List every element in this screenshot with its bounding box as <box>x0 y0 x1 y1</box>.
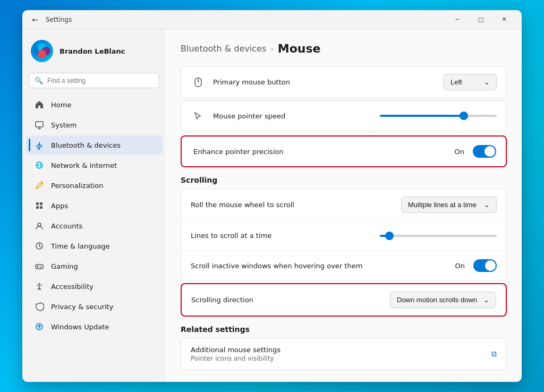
scrolling-direction-control: Down motion scrolls down ⌄ <box>390 292 496 308</box>
search-input[interactable] <box>47 77 154 84</box>
enhance-precision-value: On <box>455 148 464 156</box>
pointer-speed-card: Mouse pointer speed <box>181 100 507 131</box>
sidebar-item-privacy[interactable]: Privacy & security <box>26 297 163 316</box>
maximize-button[interactable]: □ <box>470 12 492 28</box>
scrolling-direction-card: Scrolling direction Down motion scrolls … <box>181 283 507 317</box>
sidebar-item-apps[interactable]: Apps <box>26 196 163 215</box>
minimize-button[interactable]: ─ <box>446 12 469 28</box>
sidebar-item-windows-update[interactable]: Windows Update <box>26 317 163 336</box>
svg-point-15 <box>38 223 41 226</box>
main-content: Bluetooth & devices › Mouse Primary mous… <box>166 29 522 382</box>
roll-wheel-label: Roll the mouse wheel to scroll <box>191 201 401 209</box>
lines-scroll-thumb[interactable] <box>385 232 394 240</box>
title-bar: ← Settings ─ □ ✕ <box>22 10 522 29</box>
related-settings-card: Additional mouse settings Pointer icons … <box>181 338 507 370</box>
network-icon <box>34 160 45 171</box>
personalization-icon <box>34 180 45 191</box>
dropdown-chevron-icon: ⌄ <box>484 201 490 209</box>
sidebar-item-gaming[interactable]: Gaming <box>26 257 163 276</box>
roll-wheel-row: Roll the mouse wheel to scroll Multiple … <box>181 189 506 221</box>
svg-point-22 <box>39 283 40 285</box>
additional-mouse-label: Additional mouse settings <box>191 346 491 354</box>
scroll-inactive-value: On <box>455 262 465 270</box>
sidebar-item-accessibility[interactable]: Accessibility <box>26 277 163 296</box>
sidebar-item-accounts[interactable]: Accounts <box>26 216 163 235</box>
user-section: Brandon LeBlanc <box>22 33 166 71</box>
enhance-precision-row: Enhance pointer precision On <box>182 137 506 166</box>
svg-rect-12 <box>40 202 42 205</box>
update-icon <box>34 321 45 332</box>
svg-point-20 <box>40 266 41 267</box>
scroll-inactive-row: Scroll inactive windows when hovering ov… <box>181 251 506 280</box>
svg-point-27 <box>198 80 199 82</box>
window-title: Settings <box>46 16 446 23</box>
breadcrumb-separator: › <box>270 45 274 53</box>
scrolling-direction-label: Scrolling direction <box>191 296 390 304</box>
dropdown-chevron-icon: ⌄ <box>484 78 490 86</box>
primary-mouse-card: Primary mouse button Left ⌄ <box>181 66 507 98</box>
pointer-speed-slider-container[interactable] <box>380 115 497 117</box>
sidebar-item-label: Privacy & security <box>51 303 113 311</box>
additional-mouse-sub: Pointer icons and visibility <box>191 355 491 362</box>
lines-scroll-label: Lines to scroll at a time <box>191 232 380 240</box>
lines-scroll-track[interactable] <box>380 235 497 237</box>
pointer-speed-label: Mouse pointer speed <box>213 112 380 120</box>
sidebar-item-personalization[interactable]: Personalization <box>26 176 163 195</box>
sidebar-item-system[interactable]: System <box>26 115 163 134</box>
scroll-inactive-toggle[interactable] <box>473 259 497 272</box>
window-controls: ─ □ ✕ <box>446 12 515 28</box>
pointer-speed-track[interactable] <box>380 115 497 117</box>
sidebar-item-home[interactable]: Home <box>26 95 163 114</box>
sidebar-item-label: Network & internet <box>51 161 117 169</box>
user-name: Brandon LeBlanc <box>60 47 125 55</box>
close-button[interactable]: ✕ <box>493 12 515 28</box>
bluetooth-icon <box>34 140 45 150</box>
related-settings-header: Related settings <box>181 325 507 334</box>
enhance-precision-label: Enhance pointer precision <box>191 148 455 156</box>
scrolling-section-header: Scrolling <box>181 176 507 184</box>
sidebar-item-network[interactable]: Network & internet <box>26 156 163 175</box>
primary-mouse-control: Left ⌄ <box>444 74 497 90</box>
enhance-precision-toggle[interactable] <box>473 145 496 158</box>
sidebar-item-label: Gaming <box>51 262 78 270</box>
breadcrumb-parent[interactable]: Bluetooth & devices <box>181 44 266 54</box>
sidebar-item-label: Bluetooth & devices <box>51 141 121 149</box>
primary-mouse-label: Primary mouse button <box>213 78 444 86</box>
sidebar-item-label: Personalization <box>51 182 104 190</box>
pointer-speed-thumb[interactable] <box>460 112 468 120</box>
additional-mouse-row[interactable]: Additional mouse settings Pointer icons … <box>181 338 506 370</box>
back-button[interactable]: ← <box>29 13 41 26</box>
gaming-icon <box>34 261 45 271</box>
roll-wheel-control: Multiple lines at a time ⌄ <box>401 197 497 213</box>
home-icon <box>34 99 45 110</box>
lines-scroll-slider-container[interactable] <box>380 235 497 237</box>
sidebar-item-label: Apps <box>51 202 68 210</box>
sidebar-item-label: System <box>51 121 76 129</box>
lines-scroll-row: Lines to scroll at a time <box>181 221 506 251</box>
settings-window: ← Settings ─ □ ✕ Brandon LeBlanc <box>22 10 522 382</box>
sidebar-item-label: Time & language <box>51 242 110 250</box>
sidebar-item-label: Home <box>51 101 71 109</box>
svg-point-3 <box>38 50 46 58</box>
primary-mouse-dropdown[interactable]: Left ⌄ <box>444 74 497 90</box>
pointer-speed-row: Mouse pointer speed <box>181 101 506 131</box>
svg-rect-11 <box>36 202 39 205</box>
scroll-inactive-label: Scroll inactive windows when hovering ov… <box>191 262 455 270</box>
primary-mouse-row: Primary mouse button Left ⌄ <box>181 66 506 98</box>
search-icon: 🔍 <box>35 76 43 84</box>
time-icon <box>34 241 45 251</box>
content-area: Brandon LeBlanc 🔍 Home System <box>22 29 522 382</box>
apps-icon <box>34 200 45 211</box>
svg-point-21 <box>40 267 41 268</box>
search-box[interactable]: 🔍 <box>29 73 159 88</box>
accessibility-icon <box>34 281 45 292</box>
scrolling-direction-dropdown[interactable]: Down motion scrolls down ⌄ <box>390 292 496 308</box>
dropdown-chevron-icon: ⌄ <box>483 296 489 304</box>
scrolling-direction-row: Scrolling direction Down motion scrolls … <box>182 284 506 316</box>
sidebar-item-time[interactable]: Time & language <box>26 236 163 255</box>
mouse-button-icon <box>191 75 206 90</box>
roll-wheel-dropdown[interactable]: Multiple lines at a time ⌄ <box>401 197 497 213</box>
scroll-inactive-control: On <box>455 259 497 272</box>
sidebar-item-bluetooth[interactable]: Bluetooth & devices <box>26 135 163 155</box>
avatar <box>31 40 53 62</box>
